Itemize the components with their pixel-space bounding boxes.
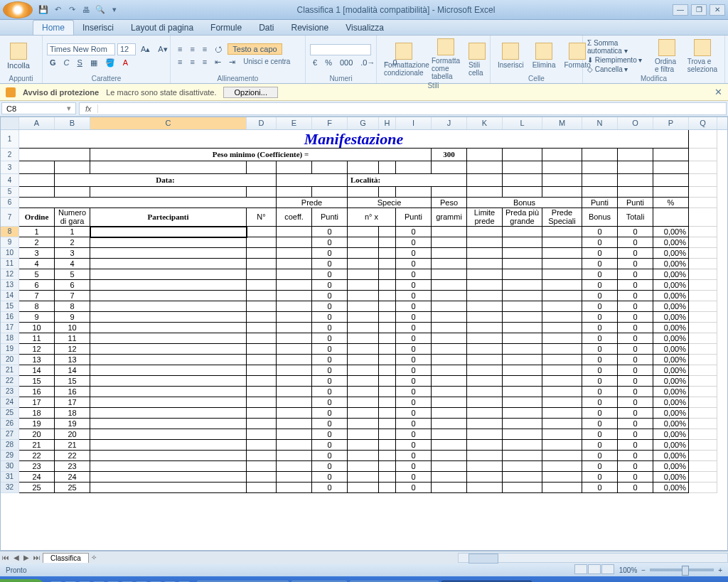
- tab-formulas[interactable]: Formule: [202, 21, 250, 35]
- wrap-text-button[interactable]: Testo a capo: [228, 43, 282, 55]
- tab-nav-next[interactable]: ▶: [21, 554, 31, 561]
- group-alignment: Allineamento: [175, 75, 301, 83]
- tab-home[interactable]: Home: [33, 20, 74, 35]
- insert-cells-button[interactable]: Inserisci: [495, 41, 527, 70]
- tab-insert[interactable]: Inserisci: [74, 21, 122, 35]
- col-M[interactable]: M: [542, 117, 582, 129]
- italic-button[interactable]: C: [61, 57, 73, 69]
- quick-access-toolbar: 💾 ↶ ↷ 🖶 🔍 ▾: [38, 5, 119, 15]
- tab-data[interactable]: Dati: [250, 21, 282, 35]
- fill-button[interactable]: ⬇ Riempimento ▾: [587, 56, 649, 64]
- col-P[interactable]: P: [653, 117, 689, 129]
- print-icon[interactable]: 🖶: [81, 5, 91, 15]
- view-pagebreak[interactable]: [601, 564, 614, 574]
- col-C[interactable]: C: [90, 117, 247, 129]
- preview-icon[interactable]: 🔍: [95, 5, 105, 15]
- font-name-select[interactable]: Times New Rom: [47, 43, 115, 55]
- tab-review[interactable]: Revisione: [282, 21, 337, 35]
- currency-button[interactable]: €: [310, 57, 320, 68]
- delete-cells-button[interactable]: Elimina: [530, 41, 559, 70]
- inc-decimal-button[interactable]: .0→: [358, 57, 378, 68]
- zoom-out-button[interactable]: −: [641, 566, 646, 574]
- indent-inc-button[interactable]: ⇥: [226, 56, 238, 68]
- restore-button[interactable]: ❐: [691, 4, 707, 16]
- zoom-slider[interactable]: [650, 568, 714, 571]
- col-Q[interactable]: Q: [689, 117, 717, 129]
- underline-button[interactable]: S: [75, 57, 85, 69]
- comma-button[interactable]: 000: [337, 57, 355, 68]
- align-mid-button[interactable]: ≡: [187, 43, 197, 55]
- align-bot-button[interactable]: ≡: [200, 43, 210, 55]
- align-right-button[interactable]: ≡: [200, 56, 210, 68]
- fx-icon[interactable]: fx: [80, 104, 98, 113]
- tab-layout[interactable]: Layout di pagina: [122, 21, 202, 35]
- tab-nav-last[interactable]: ⏭: [31, 554, 43, 561]
- cond-format-button[interactable]: Formattazione condizionale: [381, 41, 426, 78]
- col-I[interactable]: I: [396, 117, 432, 129]
- ribbon-tabs: Home Inserisci Layout di pagina Formule …: [0, 20, 728, 36]
- format-table-button[interactable]: Formatta come tabella: [429, 37, 463, 82]
- col-F[interactable]: F: [312, 117, 348, 129]
- security-close-button[interactable]: ✕: [714, 87, 722, 97]
- indent-dec-button[interactable]: ⇤: [212, 56, 224, 68]
- shield-icon: [6, 87, 16, 97]
- align-center-button[interactable]: ≡: [187, 56, 197, 68]
- col-B[interactable]: B: [55, 117, 90, 129]
- undo-icon[interactable]: ↶: [53, 5, 63, 15]
- fill-color-button[interactable]: 🪣: [102, 57, 118, 69]
- minimize-button[interactable]: —: [673, 4, 688, 16]
- orientation-button[interactable]: ⭯: [212, 43, 225, 55]
- grow-font-button[interactable]: A▴: [138, 43, 153, 55]
- view-layout[interactable]: [588, 564, 601, 574]
- align-left-button[interactable]: ≡: [175, 56, 185, 68]
- security-options-button[interactable]: Opzioni...: [223, 87, 277, 98]
- windows-taskbar: ⊞start Sportello Unico per le ... Regola…: [0, 576, 728, 582]
- redo-icon[interactable]: ↷: [67, 5, 77, 15]
- font-size-select[interactable]: 12: [117, 43, 136, 55]
- col-J[interactable]: J: [432, 117, 467, 129]
- name-box[interactable]: C8▾: [1, 102, 76, 114]
- col-E[interactable]: E: [277, 117, 312, 129]
- col-L[interactable]: L: [503, 117, 542, 129]
- bold-button[interactable]: G: [47, 57, 59, 69]
- col-G[interactable]: G: [348, 117, 379, 129]
- horizontal-scrollbar[interactable]: [458, 553, 728, 563]
- col-K[interactable]: K: [467, 117, 503, 129]
- autosum-button[interactable]: Σ Somma automatica ▾: [587, 39, 649, 55]
- tab-view[interactable]: Visualizza: [337, 21, 392, 35]
- number-format-select[interactable]: [310, 44, 371, 55]
- close-button[interactable]: ✕: [710, 4, 725, 16]
- new-sheet-button[interactable]: ✧: [89, 554, 99, 561]
- tab-nav-prev[interactable]: ◀: [11, 554, 21, 561]
- paste-button[interactable]: Incolla: [4, 41, 33, 71]
- spreadsheet-grid[interactable]: A B C D E F G H I J K L M N O P Q 123456…: [0, 117, 728, 551]
- col-O[interactable]: O: [618, 117, 653, 129]
- percent-button[interactable]: %: [322, 57, 335, 68]
- merge-button[interactable]: Unisci e centra: [240, 56, 293, 68]
- table-icon: [437, 38, 454, 55]
- sort-filter-button[interactable]: Ordina e filtra: [652, 38, 682, 75]
- zoom-in-button[interactable]: +: [718, 566, 722, 574]
- col-H[interactable]: H: [379, 117, 396, 129]
- font-color-button[interactable]: A: [120, 57, 131, 69]
- cells-area[interactable]: ManifestazionePeso minimo (Coefficiente)…: [19, 130, 717, 493]
- find-select-button[interactable]: Trova e seleziona: [685, 38, 720, 75]
- col-D[interactable]: D: [247, 117, 277, 129]
- col-N[interactable]: N: [582, 117, 618, 129]
- select-all-corner[interactable]: [1, 117, 19, 129]
- col-A[interactable]: A: [19, 117, 55, 129]
- qat-more-icon[interactable]: ▾: [109, 5, 119, 15]
- border-button[interactable]: ▦: [87, 57, 100, 69]
- status-ready: Pronto: [6, 566, 26, 574]
- office-button[interactable]: [3, 1, 33, 18]
- save-icon[interactable]: 💾: [38, 5, 48, 15]
- clear-button[interactable]: ◇ Cancella ▾: [587, 65, 649, 73]
- sheet-tab-classifica[interactable]: Classifica: [43, 553, 89, 563]
- cell-styles-button[interactable]: Stili cella: [466, 41, 488, 78]
- shrink-font-button[interactable]: A▾: [155, 43, 170, 55]
- view-normal[interactable]: [574, 564, 587, 574]
- align-top-button[interactable]: ≡: [175, 43, 185, 55]
- zoom-level[interactable]: 100%: [619, 566, 638, 574]
- start-button[interactable]: ⊞start: [0, 579, 45, 583]
- tab-nav-first[interactable]: ⏮: [0, 554, 11, 561]
